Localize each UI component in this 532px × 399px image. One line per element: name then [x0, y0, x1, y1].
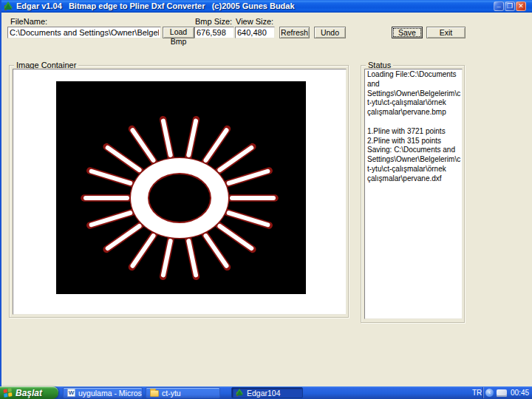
app-window: Edgar v1.04 Bitmap edge to Pline Dxf Con…	[0, 0, 532, 386]
filename-input[interactable]	[7, 27, 161, 38]
undo-button[interactable]: Undo	[314, 27, 346, 38]
folder-icon	[150, 390, 159, 397]
tray-separator	[483, 387, 484, 398]
minimize-button[interactable]: _	[494, 1, 504, 11]
taskbar-item-folder[interactable]: ct-ytu	[146, 387, 220, 398]
edgar-app-icon	[236, 389, 244, 397]
status-group: Status Loading File:C:\Documents and Set…	[361, 65, 465, 323]
app-icon	[4, 1, 13, 11]
taskbar-item-label: Edgar104	[247, 389, 281, 398]
save-button[interactable]: Save	[392, 27, 423, 38]
exit-button[interactable]: Exit	[426, 27, 466, 38]
windows-logo-icon	[4, 388, 13, 398]
load-bmp-button[interactable]: Load Bmp	[163, 27, 194, 38]
start-label: Başlat	[16, 388, 42, 398]
propeller-image	[56, 81, 306, 294]
taskbar-item-label: uygulama - Microsoft ...	[78, 389, 143, 398]
propeller-drawing	[56, 81, 306, 294]
taskbar-item-edgar[interactable]: Edgar104	[231, 387, 303, 398]
taskbar-item-label: ct-ytu	[162, 389, 181, 398]
taskbar-clock[interactable]: 00:45	[511, 386, 529, 399]
view-size-label: View Size:	[236, 17, 273, 26]
bmp-size-label: Bmp Size:	[195, 17, 232, 26]
taskbar-item-word[interactable]: W uygulama - Microsoft ...	[63, 387, 143, 398]
word-document-icon: W	[67, 389, 75, 397]
bmp-size-input[interactable]	[194, 27, 234, 38]
picture-box	[13, 69, 347, 315]
taskbar: Başlat W uygulama - Microsoft ... ct-ytu…	[0, 386, 532, 399]
window-title: Edgar v1.04 Bitmap edge to Pline Dxf Con…	[16, 0, 295, 13]
status-log: Loading File:C:\Documents and Settings\O…	[367, 70, 461, 318]
start-button[interactable]: Başlat	[0, 386, 58, 399]
language-indicator[interactable]: TR	[472, 386, 482, 399]
refresh-button[interactable]: Refresh	[279, 27, 310, 38]
hide-icons-chevron[interactable]: ‹	[485, 389, 494, 397]
title-bar[interactable]: Edgar v1.04 Bitmap edge to Pline Dxf Con…	[1, 0, 532, 13]
view-size-input[interactable]	[235, 27, 275, 38]
status-textbox[interactable]: Loading File:C:\Documents and Settings\O…	[364, 69, 463, 319]
filename-label: FileName:	[10, 17, 47, 26]
image-container-group: Image Container	[9, 65, 349, 318]
close-button[interactable]: ✕	[516, 1, 526, 11]
tray-monitor-icon[interactable]	[497, 389, 507, 397]
restore-button[interactable]: ❐	[505, 1, 515, 11]
